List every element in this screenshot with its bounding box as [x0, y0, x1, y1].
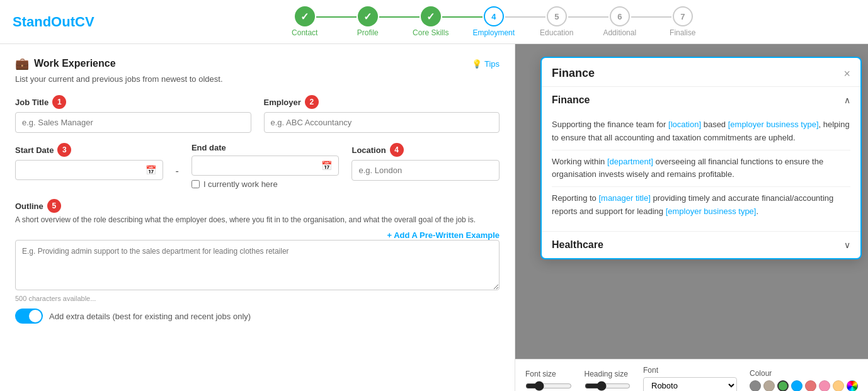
outline-badge: 5: [47, 199, 61, 213]
currently-work-row: I currently work here: [191, 179, 340, 189]
tip3-link1[interactable]: [manager title]: [598, 193, 650, 203]
dates-location-row: Start Date 3 📅 - End date 📅 I curren: [15, 143, 500, 189]
char-count: 500 characters available...: [15, 295, 500, 302]
extra-details-toggle[interactable]: [15, 309, 43, 324]
colour-item: Colour: [750, 369, 858, 392]
lightbulb-icon: 💡: [472, 59, 482, 69]
step-contact[interactable]: ✓ Contact: [273, 6, 336, 37]
calendar-icon-end[interactable]: 📅: [321, 161, 332, 171]
font-size-slider[interactable]: [525, 381, 572, 391]
briefcase-icon: 💼: [15, 57, 29, 71]
location-label: Location 4: [351, 143, 500, 157]
employer-group: Employer 2: [264, 95, 500, 133]
start-date-label: Start Date 3: [15, 143, 163, 157]
start-date-input[interactable]: [22, 166, 146, 175]
font-select[interactable]: Roboto Arial Times New Roman: [643, 377, 737, 391]
calendar-icon-start[interactable]: 📅: [146, 165, 156, 175]
employer-input[interactable]: [264, 112, 500, 133]
tip2-link1[interactable]: [department]: [607, 157, 653, 166]
healthcare-section: Healthcare ∨: [542, 231, 860, 258]
tips-button[interactable]: 💡 Tips: [472, 59, 500, 69]
finance-section: Finance ∧ Supporting the finance team fo…: [542, 86, 860, 231]
employer-badge: 2: [305, 95, 319, 109]
finance-section-header[interactable]: Finance ∧: [542, 87, 860, 113]
step-additional-label: Additional: [603, 28, 636, 37]
currently-work-label: I currently work here: [203, 179, 278, 189]
add-example-button[interactable]: + Add A Pre-Written Example: [387, 230, 500, 240]
job-title-input[interactable]: [15, 112, 251, 133]
step-contact-circle: ✓: [295, 6, 315, 26]
swatch-2[interactable]: [763, 380, 775, 392]
employer-label-text: Employer: [264, 98, 301, 107]
header: StandOutCV ✓ Contact ✓ Profile ✓ Core Sk…: [0, 0, 868, 44]
tip1-link1[interactable]: [location]: [668, 120, 701, 129]
outline-section: Outline 5 A short overview of the role d…: [15, 199, 500, 302]
outline-textarea[interactable]: [15, 240, 500, 290]
step-profile[interactable]: ✓ Profile: [336, 6, 399, 37]
location-input[interactable]: [351, 160, 500, 181]
swatch-1[interactable]: [750, 380, 761, 392]
bottom-toolbar: Font size Heading size Font Roboto Arial…: [515, 359, 868, 391]
currently-work-checkbox[interactable]: [191, 180, 200, 188]
step-core-skills-circle: ✓: [421, 6, 441, 26]
section-header: 💼 Work Experience 💡 Tips: [15, 57, 500, 71]
swatch-7[interactable]: [833, 380, 844, 392]
logo-text-black: StandOut: [13, 14, 75, 30]
heading-size-slider[interactable]: [585, 381, 631, 391]
swatch-4[interactable]: [791, 380, 802, 392]
step-education-label: Education: [540, 28, 573, 37]
step-additional[interactable]: 6 Additional: [588, 6, 651, 37]
step-core-skills[interactable]: ✓ Core Skills: [399, 6, 462, 37]
swatch-6[interactable]: [819, 380, 830, 392]
font-item: Font Roboto Arial Times New Roman: [643, 366, 737, 391]
end-date-input-wrap[interactable]: 📅: [191, 156, 340, 176]
end-date-group: End date 📅 I currently work here: [191, 143, 340, 189]
job-employer-row: Job Title 1 Employer 2: [15, 95, 500, 133]
tips-modal-header: Finance ×: [542, 58, 860, 86]
tip-item-3: Reporting to [manager title] providing t…: [552, 187, 850, 224]
tips-modal: Finance × Finance ∧ Supporting the finan…: [540, 57, 862, 259]
steps-nav: ✓ Contact ✓ Profile ✓ Core Skills 4 Empl…: [132, 6, 855, 37]
logo: StandOutCV: [13, 14, 94, 30]
tip-item-1: Supporting the finance team for [locatio…: [552, 113, 850, 150]
color-swatches: [750, 380, 858, 392]
tip3-link2[interactable]: [employer business type]: [666, 207, 757, 216]
job-title-label: Job Title 1: [15, 95, 251, 109]
step-finalise-label: Finalise: [670, 28, 695, 37]
colour-label: Colour: [750, 369, 858, 378]
section-title-text: Work Experience: [34, 58, 116, 69]
tip1-link2[interactable]: [employer business type]: [728, 120, 819, 129]
step-finalise-circle: 7: [673, 6, 693, 26]
swatch-5[interactable]: [805, 380, 816, 392]
location-badge: 4: [390, 143, 404, 157]
heading-size-label: Heading size: [585, 370, 631, 378]
step-employment[interactable]: 4 Employment: [462, 6, 525, 37]
finance-tips-content: Supporting the finance team for [locatio…: [542, 113, 860, 231]
swatch-3[interactable]: [777, 380, 789, 392]
location-label-text: Location: [351, 145, 385, 155]
toggle-row: Add extra details (best for existing and…: [15, 309, 500, 324]
healthcare-section-header[interactable]: Healthcare ∨: [542, 232, 860, 258]
chevron-up-icon: ∧: [844, 95, 850, 105]
end-date-input[interactable]: [198, 161, 322, 171]
start-date-label-text: Start Date: [15, 145, 54, 155]
step-additional-circle: 6: [610, 6, 630, 26]
swatch-8[interactable]: [847, 380, 858, 392]
chevron-down-icon: ∨: [844, 240, 850, 250]
start-date-group: Start Date 3 📅: [15, 143, 163, 180]
left-panel: 💼 Work Experience 💡 Tips List your curre…: [0, 44, 515, 391]
close-modal-button[interactable]: ×: [843, 68, 850, 79]
font-label: Font: [643, 366, 737, 375]
step-contact-label: Contact: [292, 28, 317, 37]
logo-text-blue: CV: [75, 14, 94, 30]
section-subtitle: List your current and previous jobs from…: [15, 74, 500, 84]
step-profile-label: Profile: [357, 28, 379, 37]
end-date-label: End date: [191, 143, 340, 152]
step-education[interactable]: 5 Education: [525, 6, 588, 37]
step-finalise[interactable]: 7 Finalise: [651, 6, 714, 37]
start-date-input-wrap[interactable]: 📅: [15, 160, 163, 180]
date-separator: -: [176, 166, 179, 177]
healthcare-section-label: Healthcare: [552, 239, 603, 251]
location-group: Location 4: [351, 143, 500, 181]
finance-section-label: Finance: [552, 94, 590, 106]
